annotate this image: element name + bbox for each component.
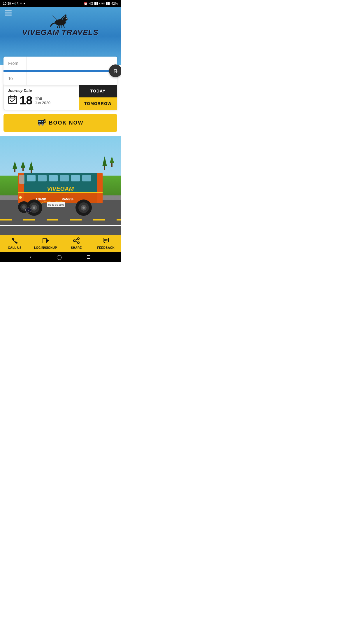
- book-now-icon: [37, 119, 46, 127]
- svg-marker-36: [110, 156, 114, 163]
- road-edge-line: [0, 225, 121, 226]
- date-month-year: Jun 2020: [35, 101, 51, 105]
- svg-rect-41: [27, 175, 36, 181]
- android-home-btn[interactable]: ◯: [57, 254, 62, 260]
- svg-rect-40: [97, 173, 103, 203]
- battery-level: 42%: [111, 2, 118, 5]
- svg-line-6: [59, 25, 60, 28]
- date-day-month: Thu Jun 2020: [35, 96, 51, 105]
- calendar-icon[interactable]: [8, 95, 17, 106]
- book-now-button[interactable]: BOOK NOW: [3, 114, 117, 132]
- svg-rect-2: [5, 15, 12, 15]
- status-bar: 10:39 ▪️📲 fb ✉ ⏺ ⏰ 4G ▊▊ LTE2 ▊▊ 42%: [0, 0, 121, 7]
- from-row: From: [3, 57, 117, 70]
- svg-point-72: [78, 242, 79, 244]
- login-signup-label: LOGIN/SIGNUP: [34, 246, 57, 249]
- svg-point-70: [78, 238, 79, 239]
- svg-point-71: [73, 240, 75, 242]
- blue-divider: ⇅: [3, 70, 117, 72]
- svg-line-5: [57, 25, 58, 27]
- journey-section: Journey Date 18 Thu Jun 2: [3, 85, 117, 110]
- to-label: To: [3, 72, 27, 85]
- svg-point-10: [67, 19, 68, 20]
- status-right: ⏰ 4G ▊▊ LTE2 ▊▊ 42%: [84, 2, 118, 6]
- from-label: From: [3, 57, 27, 70]
- svg-rect-68: [43, 238, 46, 243]
- svg-text:VIVEGAM: VIVEGAM: [47, 186, 74, 192]
- journey-date-block: Journey Date 18 Thu Jun 2: [4, 85, 79, 110]
- status-time: 10:39: [3, 2, 11, 5]
- svg-rect-75: [103, 238, 108, 242]
- today-button[interactable]: TODAY: [79, 85, 117, 97]
- search-section: From ⇅ To Journey Date: [0, 57, 121, 132]
- svg-line-26: [45, 121, 45, 122]
- svg-point-65: [19, 196, 22, 199]
- share-label: SHARE: [71, 246, 82, 249]
- swap-button[interactable]: ⇅: [109, 64, 121, 77]
- svg-marker-34: [102, 156, 107, 166]
- android-nav-bar: ‹ ◯ ☰: [0, 252, 121, 262]
- svg-rect-17: [38, 121, 40, 122]
- feedback-label: FEEDBACK: [97, 246, 115, 249]
- bus-image-section: VIVEGAM ANAND RAMESH: [0, 136, 121, 235]
- journey-date-label: Journey Date: [8, 88, 75, 93]
- svg-point-62: [22, 205, 26, 209]
- logo-container: VIVEGAM TRAVELS: [22, 12, 99, 37]
- svg-line-73: [75, 239, 78, 240]
- nav-login-signup[interactable]: LOGIN/SIGNUP: [34, 237, 57, 249]
- svg-rect-1: [5, 13, 12, 13]
- svg-point-21: [39, 124, 39, 125]
- svg-rect-45: [71, 175, 80, 181]
- bus-container: VIVEGAM ANAND RAMESH: [12, 167, 108, 218]
- date-day-number: 18: [20, 94, 33, 106]
- date-weekday: Thu: [35, 96, 51, 101]
- svg-point-59: [82, 206, 85, 209]
- android-back-btn[interactable]: ‹: [30, 254, 31, 260]
- feedback-icon: [103, 237, 109, 246]
- phone-icon: [12, 237, 18, 246]
- pegasus-logo: [49, 12, 72, 29]
- svg-point-9: [66, 18, 67, 19]
- svg-point-23: [42, 124, 43, 125]
- svg-rect-44: [60, 175, 69, 181]
- svg-rect-12: [8, 97, 17, 99]
- from-input[interactable]: [27, 57, 117, 70]
- svg-text:TN 69 BC 3999: TN 69 BC 3999: [48, 204, 64, 206]
- call-us-label: CALL US: [8, 246, 22, 249]
- bottom-nav: CALL US LOGIN/SIGNUP SHARE: [0, 235, 121, 252]
- journey-date-info: 18 Thu Jun 2020: [8, 94, 75, 106]
- tomorrow-button[interactable]: TOMORROW: [79, 97, 117, 110]
- svg-rect-35: [111, 163, 113, 167]
- svg-rect-42: [38, 175, 47, 181]
- status-left: 10:39 ▪️📲 fb ✉ ⏺: [3, 2, 26, 5]
- nav-feedback[interactable]: FEEDBACK: [96, 237, 116, 249]
- search-form: From ⇅ To: [3, 57, 117, 85]
- share-icon: [73, 237, 80, 246]
- svg-line-74: [75, 241, 78, 242]
- svg-rect-43: [49, 175, 58, 181]
- to-row: To: [3, 72, 117, 85]
- hamburger-menu[interactable]: [5, 10, 12, 17]
- svg-text:RAMESH: RAMESH: [62, 198, 74, 201]
- book-now-label: BOOK NOW: [49, 120, 84, 126]
- svg-rect-18: [40, 121, 41, 122]
- to-input[interactable]: [27, 72, 117, 85]
- nav-call-us[interactable]: CALL US: [5, 237, 25, 249]
- alarm-icon: ⏰: [84, 2, 88, 6]
- svg-rect-47: [19, 175, 24, 184]
- app-title: VIVEGAM TRAVELS: [22, 28, 99, 37]
- date-buttons: TODAY TOMORROW: [79, 85, 117, 110]
- road-center-line: [0, 219, 121, 220]
- svg-text:V: V: [28, 209, 29, 211]
- network-status: 4G: [89, 2, 93, 5]
- svg-point-55: [33, 206, 35, 209]
- android-recents-btn[interactable]: ☰: [87, 254, 91, 260]
- signal-bars: ▊▊ LTE2 ▊▊: [94, 2, 110, 5]
- login-icon: [42, 237, 49, 246]
- svg-rect-46: [82, 175, 91, 181]
- nav-share[interactable]: SHARE: [66, 237, 87, 249]
- status-icons: ▪️📲 fb ✉ ⏺: [12, 2, 26, 5]
- svg-rect-0: [5, 10, 12, 11]
- svg-line-8: [64, 25, 64, 27]
- swap-icon: ⇅: [113, 68, 118, 74]
